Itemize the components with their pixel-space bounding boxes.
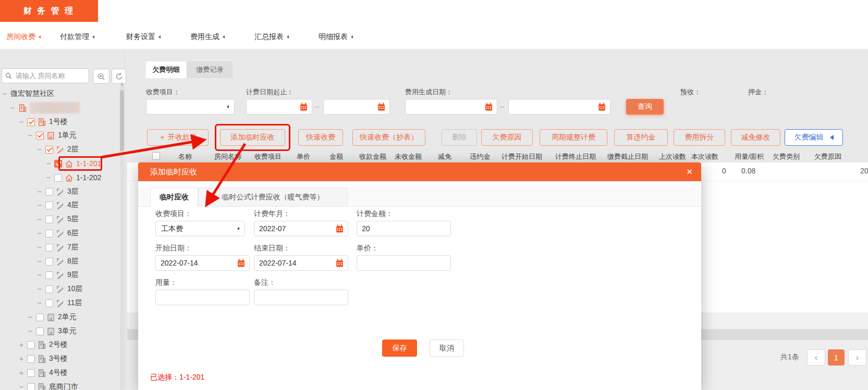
save-button[interactable]: 保存 bbox=[382, 339, 417, 357]
tree-expander[interactable]: − bbox=[36, 216, 43, 223]
unit-price-input[interactable] bbox=[357, 255, 451, 271]
tree-expander[interactable]: − bbox=[36, 146, 43, 153]
checkbox-empty[interactable] bbox=[45, 230, 53, 237]
checkbox-empty[interactable] bbox=[45, 244, 53, 251]
gen-date-end-input[interactable] bbox=[508, 99, 610, 115]
sidebar-scrollbar-thumb[interactable] bbox=[120, 90, 124, 152]
checkbox-empty[interactable] bbox=[45, 285, 53, 293]
tree-expander[interactable]: − bbox=[36, 230, 43, 237]
checkbox-checked[interactable] bbox=[27, 118, 35, 126]
tree-item-unit-3[interactable]: −3单元 bbox=[0, 326, 77, 336]
tree-expander[interactable]: + bbox=[18, 369, 25, 376]
nav-detail-report[interactable]: 明细报表 bbox=[319, 31, 353, 43]
checkbox-empty[interactable] bbox=[45, 188, 53, 196]
tree-item-shops[interactable]: −底商门市 bbox=[0, 382, 78, 390]
tree-expander[interactable]: − bbox=[36, 188, 43, 195]
tree-expander[interactable]: − bbox=[27, 313, 33, 321]
tree-item-building-1[interactable]: −1号楼 bbox=[0, 117, 68, 127]
tree-expander[interactable]: − bbox=[27, 328, 33, 335]
tree-item-floor-6[interactable]: −6层 bbox=[0, 228, 79, 238]
tree-item-building-3[interactable]: +3号楼 bbox=[0, 354, 68, 364]
tree-item-blurred[interactable]: − bbox=[0, 103, 80, 113]
calendar-icon[interactable] bbox=[335, 224, 344, 233]
tree-expander[interactable]: − bbox=[36, 258, 43, 265]
remark-input[interactable] bbox=[254, 290, 348, 305]
tab-arrears-detail[interactable]: 欠费明细 bbox=[146, 61, 186, 78]
select-all-checkbox[interactable] bbox=[152, 152, 160, 160]
cancel-button[interactable]: 取消 bbox=[430, 339, 464, 357]
tree-item-building-4[interactable]: +4号楼 bbox=[0, 368, 68, 378]
bill-date-end-input[interactable] bbox=[323, 99, 390, 115]
add-temp-receivable-button[interactable]: 添加临时应收 bbox=[220, 129, 285, 146]
open-receipt-button[interactable]: ＋开收款单 bbox=[147, 129, 209, 146]
tree-expander[interactable]: − bbox=[18, 383, 25, 390]
bill-date-start-input[interactable] bbox=[246, 99, 312, 115]
end-date-input[interactable] bbox=[254, 255, 348, 271]
tree-expander[interactable]: − bbox=[36, 299, 43, 307]
calc-penalty-button[interactable]: 算违约金 bbox=[614, 129, 668, 146]
tab-formula-receivable[interactable]: 临时公式计费应收（暖气费等） bbox=[198, 187, 348, 207]
tree-expander[interactable]: − bbox=[45, 174, 52, 181]
tree-expander[interactable]: − bbox=[2, 90, 8, 97]
reduction-edit-button[interactable]: 减免修改 bbox=[731, 129, 780, 146]
checkbox-empty[interactable] bbox=[36, 328, 44, 335]
calendar-icon[interactable] bbox=[335, 259, 344, 268]
tree-expander[interactable]: − bbox=[36, 271, 43, 279]
checkbox-empty[interactable] bbox=[27, 369, 35, 377]
checkbox-empty[interactable] bbox=[27, 355, 35, 363]
tree-item-room-1-1-201[interactable]: −1-1-201 bbox=[0, 158, 101, 169]
tree-item-room-1-1-202[interactable]: −1-1-202 bbox=[0, 172, 101, 183]
query-button[interactable]: 查询 bbox=[626, 99, 664, 115]
search-zoom-button[interactable] bbox=[93, 69, 109, 84]
arrears-edit-button[interactable]: 欠费编辑 bbox=[785, 129, 843, 146]
checkbox-empty[interactable] bbox=[45, 258, 53, 266]
fee-split-button[interactable]: 费用拆分 bbox=[674, 129, 725, 146]
tree-expander[interactable]: + bbox=[18, 341, 25, 348]
room-search-input[interactable] bbox=[2, 68, 89, 83]
close-icon[interactable]: ✕ bbox=[686, 167, 693, 177]
tree-item-floor-5[interactable]: −5层 bbox=[0, 214, 79, 224]
tree-expander[interactable]: − bbox=[27, 132, 33, 139]
checkbox-empty[interactable] bbox=[45, 216, 53, 223]
checkbox-empty[interactable] bbox=[27, 383, 35, 390]
calendar-icon[interactable] bbox=[237, 259, 246, 268]
page-prev-button[interactable]: ‹ bbox=[807, 349, 825, 366]
charge-item-select[interactable] bbox=[146, 99, 235, 115]
checkbox-empty[interactable] bbox=[45, 299, 53, 307]
tree-expander[interactable]: − bbox=[18, 118, 25, 125]
tree-expander[interactable]: − bbox=[36, 244, 43, 251]
calendar-icon[interactable] bbox=[299, 103, 308, 111]
calendar-icon[interactable] bbox=[377, 103, 386, 111]
checkbox-checked[interactable] bbox=[45, 146, 53, 154]
nav-payment[interactable]: 付款管理 bbox=[60, 31, 94, 43]
nav-finance-settings[interactable]: 财务设置 bbox=[126, 31, 161, 43]
tree-item-floor-7[interactable]: −7层 bbox=[0, 242, 79, 253]
tree-item-unit-2[interactable]: −2单元 bbox=[0, 312, 77, 322]
tree-expander[interactable]: − bbox=[36, 285, 43, 293]
checkbox-checked[interactable] bbox=[36, 132, 44, 140]
cycle-regularize-button[interactable]: 周期规整计费 bbox=[540, 129, 607, 146]
tree-expander[interactable]: − bbox=[9, 104, 16, 111]
tab-temp-receivable[interactable]: 临时应收 bbox=[150, 187, 198, 207]
tree-item-community[interactable]: −微宏智慧社区 bbox=[0, 89, 54, 99]
tree-item-floor-4[interactable]: −4层 bbox=[0, 200, 79, 210]
quick-charge-meter-button[interactable]: 快速收费（抄表） bbox=[352, 129, 425, 146]
checkbox-empty[interactable] bbox=[45, 271, 53, 279]
tree-item-floor-9[interactable]: −9层 bbox=[0, 270, 79, 280]
arrears-reason-button[interactable]: 欠费原因 bbox=[481, 129, 533, 146]
nav-fee-generate[interactable]: 费用生成 bbox=[190, 31, 225, 43]
tree-expander[interactable]: + bbox=[18, 355, 25, 362]
page-next-button[interactable]: › bbox=[848, 349, 866, 366]
tree-expander[interactable]: − bbox=[36, 202, 43, 209]
charge-item-select[interactable]: 工本费 bbox=[155, 221, 245, 236]
nav-summary-report[interactable]: 汇总报表 bbox=[254, 31, 289, 43]
bill-amount-input[interactable] bbox=[357, 221, 451, 236]
quick-charge-button[interactable]: 快速收费 bbox=[298, 129, 343, 146]
gen-date-start-input[interactable] bbox=[405, 99, 497, 115]
tree-item-building-2[interactable]: +2号楼 bbox=[0, 339, 68, 350]
checkbox-empty[interactable] bbox=[45, 202, 53, 209]
delete-button[interactable]: 删除 bbox=[442, 129, 477, 146]
checkbox-empty[interactable] bbox=[36, 313, 44, 321]
scrollbar-up-arrow-icon[interactable]: ▴ bbox=[119, 82, 125, 86]
checkbox-empty[interactable] bbox=[54, 174, 62, 182]
